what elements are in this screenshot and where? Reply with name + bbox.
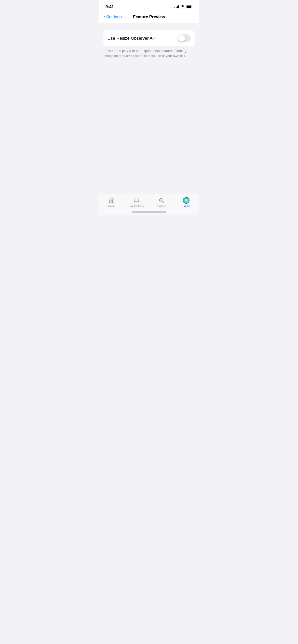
explore-icon [158,197,165,204]
resize-observer-toggle[interactable] [178,34,191,42]
svg-rect-1 [187,6,191,8]
svg-rect-2 [192,6,193,7]
profile-avatar [183,197,189,204]
back-button[interactable]: ‹ Settings [103,14,126,20]
navigation-bar: ‹ Settings Feature Preview [99,12,199,23]
signal-icon [174,5,179,8]
tab-notifications[interactable]: Notifications [124,196,149,208]
tab-home[interactable]: Home [99,196,124,208]
tab-profile[interactable]: Profile [174,196,199,208]
profile-icon [183,197,189,204]
home-indicator [132,211,166,213]
tab-notifications-label: Notifications [129,205,144,208]
tab-profile-label: Profile [183,205,190,208]
home-icon [109,197,115,204]
back-chevron-icon: ‹ [103,14,105,20]
toggle-slider [178,34,191,42]
tab-explore[interactable]: Explore [149,196,174,208]
battery-icon [186,5,193,8]
status-bar: 9:41 [99,0,199,12]
tab-explore-label: Explore [157,205,166,208]
status-icons [174,5,193,8]
content-area: Use Resize Observer API Feel free to pla… [99,23,199,58]
svg-line-4 [162,201,164,203]
tab-home-label: Home [108,205,115,208]
wifi-icon [181,5,185,8]
toggle-row: Use Resize Observer API [107,30,191,46]
back-label: Settings [106,14,122,20]
description-text: Feel free to play with our experimental … [103,48,195,58]
notifications-icon [133,197,140,204]
toggle-label: Use Resize Observer API [107,36,157,41]
status-time: 9:41 [105,4,114,9]
page-title: Feature Preview [126,14,172,20]
toggle-card: Use Resize Observer API [103,30,195,46]
